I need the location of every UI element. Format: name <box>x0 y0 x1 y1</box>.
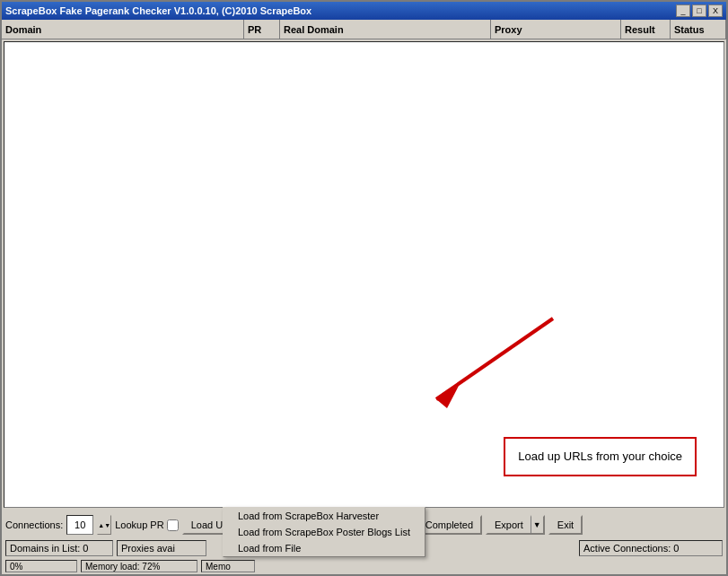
col-header-status: Status <box>671 20 726 39</box>
lookup-pr-label-group: Lookup PR <box>115 519 178 531</box>
dropdown-item-poster[interactable]: Load from ScrapeBox Poster Blogs List <box>224 524 425 540</box>
col-header-proxy: Proxy <box>491 20 621 39</box>
connections-input[interactable] <box>66 515 93 535</box>
tooltip-callout: Load up URLs from your choice <box>504 437 697 476</box>
speed-value: 0% <box>10 562 22 572</box>
lookup-pr-label: Lookup PR <box>115 519 163 530</box>
active-connections-status: Active Connections: 0 <box>579 540 723 556</box>
domains-status: Domains in List: 0 <box>5 540 113 556</box>
exit-button[interactable]: Exit <box>548 515 583 535</box>
maximize-button[interactable]: □ <box>692 4 706 17</box>
export-dropdown-button[interactable]: ▼ <box>531 515 545 535</box>
main-window: ScrapeBox Fake Pagerank Checker V1.0.0.1… <box>0 0 728 576</box>
lookup-pr-checkbox[interactable] <box>167 519 179 531</box>
data-grid: Load up URLs from your choice <box>4 41 724 508</box>
domains-label: Domains in List: <box>10 543 80 554</box>
dropdown-item-file[interactable]: Load from File <box>224 540 425 556</box>
col-header-result: Result <box>621 20 671 39</box>
tooltip-text: Load up URLs from your choice <box>518 449 682 463</box>
window-controls: _ □ X <box>676 4 723 17</box>
active-value: 0 <box>673 543 679 554</box>
col-header-pr: PR <box>244 20 280 39</box>
domains-value: 0 <box>83 543 88 554</box>
memory-field: Memory load: 72% <box>81 560 197 572</box>
export-button[interactable]: Export <box>486 515 531 535</box>
proxies-status: Proxies avai <box>117 540 206 556</box>
load-urls-dropdown-menu: Load from ScrapeBox Harvester Load from … <box>223 507 425 557</box>
svg-line-0 <box>436 319 553 399</box>
title-bar: ScrapeBox Fake Pagerank Checker V1.0.0.1… <box>2 2 726 20</box>
extra-value: Memo <box>206 562 231 572</box>
proxies-label: Proxies avai <box>121 543 175 554</box>
progress-bar-area: 0% Memory load: 72% Memo <box>2 558 726 574</box>
connections-spinner[interactable]: ▲▼ <box>97 515 111 535</box>
minimize-button[interactable]: _ <box>676 4 690 17</box>
extra-field: Memo <box>201 560 255 572</box>
col-header-real-domain: Real Domain <box>280 20 491 39</box>
arrow-indicator <box>409 310 571 417</box>
export-group: Export ▼ <box>486 515 545 535</box>
column-headers: Domain PR Real Domain Proxy Result Statu… <box>2 20 726 39</box>
window-title: ScrapeBox Fake Pagerank Checker V1.0.0.1… <box>5 5 311 16</box>
connections-label: Connections: <box>5 519 63 530</box>
active-label: Active Connections: <box>583 543 671 554</box>
speed-field: 0% <box>5 560 77 572</box>
memory-value: Memory load: 72% <box>85 562 160 572</box>
dropdown-item-harvester[interactable]: Load from ScrapeBox Harvester <box>224 508 425 524</box>
col-header-domain: Domain <box>2 20 244 39</box>
close-button[interactable]: X <box>708 4 723 17</box>
